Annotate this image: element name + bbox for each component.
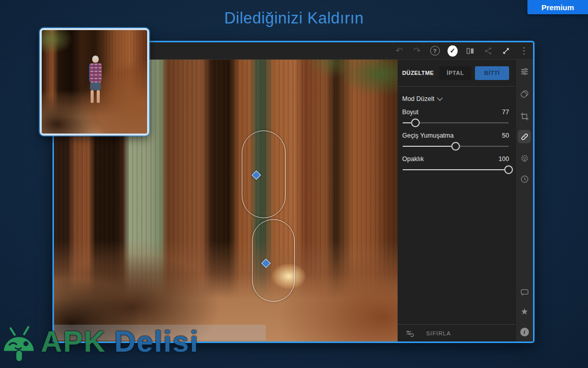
cancel-button[interactable]: İPTAL xyxy=(439,66,471,80)
adjust-sliders-icon[interactable] xyxy=(518,65,531,78)
fullscreen-expand-icon[interactable] xyxy=(501,46,511,56)
slider-3: Opaklık100 xyxy=(402,155,509,170)
mode-label: Mod Düzelt xyxy=(402,95,434,102)
slider-thumb[interactable] xyxy=(452,142,460,151)
panel-header: DÜZELTME İPTAL BİTTİ xyxy=(398,60,515,87)
overflow-menu-icon[interactable]: ⋮ xyxy=(519,46,529,56)
undo-icon[interactable]: ↶ xyxy=(394,46,404,56)
panel-controls: Mod Düzelt Boyut77Geçiş Yumuşatma50Opakl… xyxy=(398,87,515,179)
panel-footer: SIFIRLA xyxy=(398,324,515,341)
slider-1: Boyut77 xyxy=(402,109,509,123)
slider-track[interactable] xyxy=(403,169,509,170)
slider-value: 50 xyxy=(502,132,509,139)
compare-before-after-icon[interactable] xyxy=(465,46,475,56)
slider-track[interactable] xyxy=(403,146,509,147)
confirm-check-icon[interactable]: ✓ xyxy=(447,46,458,56)
person-figure xyxy=(87,56,104,103)
slider-2: Geçiş Yumuşatma50 xyxy=(402,132,509,147)
redo-icon[interactable]: ↷ xyxy=(412,46,422,56)
watermark-word-2: Delisi xyxy=(114,323,199,360)
texture-brush-icon[interactable] xyxy=(518,151,531,165)
chevron-down-icon xyxy=(437,95,443,100)
tool-rail: ★i xyxy=(515,60,533,341)
premium-badge[interactable]: Premium xyxy=(527,0,588,14)
comment-icon[interactable] xyxy=(518,285,531,299)
watermark-word-1: APK xyxy=(41,323,106,360)
page-title: Dilediğinizi Kaldırın xyxy=(0,9,588,28)
slider-label: Opaklık xyxy=(402,155,424,163)
info-icon[interactable]: i xyxy=(518,325,531,338)
panel-title: DÜZELTME xyxy=(402,70,436,76)
presets-icon[interactable] xyxy=(518,87,531,100)
healing-selection-1[interactable] xyxy=(242,130,286,218)
star-icon[interactable]: ★ xyxy=(518,305,531,318)
healing-selection-2[interactable] xyxy=(252,219,295,302)
healing-brush-icon[interactable] xyxy=(518,130,531,143)
slider-label: Geçiş Yumuşatma xyxy=(402,132,454,139)
crop-icon[interactable] xyxy=(518,110,531,123)
history-icon[interactable] xyxy=(518,172,531,186)
done-button[interactable]: BİTTİ xyxy=(475,66,509,80)
reset-settings-icon[interactable] xyxy=(405,328,415,338)
slider-track[interactable] xyxy=(403,122,509,123)
watermark: APK Delisi xyxy=(0,323,199,368)
help-icon[interactable]: ? xyxy=(430,46,440,56)
android-robot-icon xyxy=(0,324,40,368)
reset-button[interactable]: SIFIRLA xyxy=(426,330,451,336)
before-photo xyxy=(42,30,147,134)
slider-thumb[interactable] xyxy=(411,119,419,127)
mode-dropdown[interactable]: Mod Düzelt xyxy=(402,93,509,105)
slider-value: 77 xyxy=(502,109,509,116)
slider-label: Boyut xyxy=(402,109,418,116)
slider-thumb[interactable] xyxy=(505,166,513,174)
share-icon[interactable] xyxy=(483,46,493,56)
slider-value: 100 xyxy=(498,155,509,163)
before-thumbnail[interactable] xyxy=(40,28,149,136)
edit-panel: DÜZELTME İPTAL BİTTİ Mod Düzelt Boyut77G… xyxy=(398,60,515,341)
